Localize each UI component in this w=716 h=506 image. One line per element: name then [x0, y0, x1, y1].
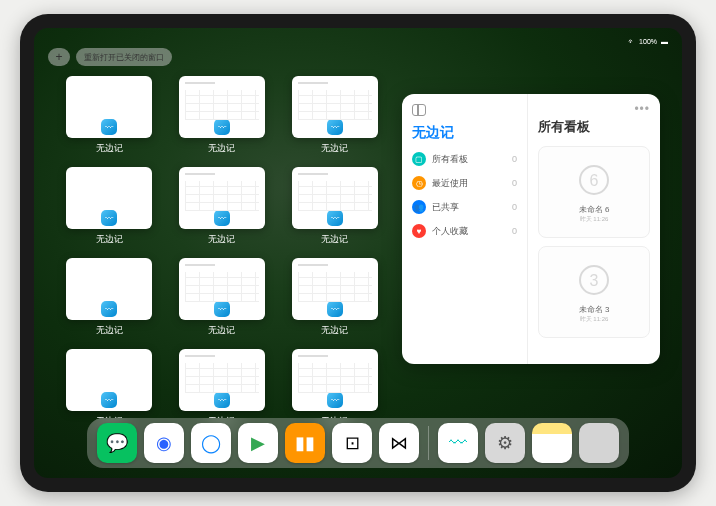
thumb-preview: 〰 [66, 258, 152, 320]
window-thumb[interactable]: 〰无边记 [287, 258, 382, 337]
freeform-app-icon: 〰 [101, 392, 117, 408]
dock-qq-browser-icon[interactable]: ◯ [191, 423, 231, 463]
sidebar-item-count: 0 [512, 178, 517, 188]
dock-notes-icon[interactable] [532, 423, 572, 463]
thumb-label: 无边记 [96, 233, 123, 246]
screen: ᯤ 100% ▬ + 重新打开已关闭的窗口 〰无边记〰无边记〰无边记〰无边记〰无… [34, 28, 682, 478]
window-thumb[interactable]: 〰无边记 [62, 258, 157, 337]
battery-icon: ▬ [661, 38, 668, 45]
more-icon[interactable]: ••• [634, 102, 650, 116]
thumb-preview: 〰 [179, 349, 265, 411]
sidebar-item-shared[interactable]: 👥已共享0 [412, 200, 517, 214]
freeform-app-icon: 〰 [327, 119, 343, 135]
window-thumb[interactable]: 〰无边记 [175, 349, 270, 428]
board-card[interactable]: 3未命名 3昨天 11:26 [538, 246, 650, 338]
thumb-preview: 〰 [292, 167, 378, 229]
favorites-icon: ♥ [412, 224, 426, 238]
thumb-preview: 〰 [179, 167, 265, 229]
thumb-preview: 〰 [179, 258, 265, 320]
all-icon: ▢ [412, 152, 426, 166]
thumb-preview: 〰 [66, 349, 152, 411]
freeform-app-icon: 〰 [101, 210, 117, 226]
window-thumbnails-grid: 〰无边记〰无边记〰无边记〰无边记〰无边记〰无边记〰无边记〰无边记〰无边记〰无边记… [62, 76, 382, 428]
sidebar-item-label: 已共享 [432, 201, 506, 214]
freeform-detail-panel: 无边记 ▢所有看板0◷最近使用0👥已共享0♥个人收藏0 ••• 所有看板 6未命… [402, 94, 660, 364]
thumb-label: 无边记 [96, 324, 123, 337]
thumb-label: 无边记 [321, 233, 348, 246]
freeform-app-icon: 〰 [101, 301, 117, 317]
sidebar-item-all[interactable]: ▢所有看板0 [412, 152, 517, 166]
window-thumb[interactable]: 〰无边记 [62, 76, 157, 155]
thumb-preview: 〰 [66, 76, 152, 138]
window-thumb[interactable]: 〰无边记 [287, 167, 382, 246]
dock-wechat-icon[interactable]: 💬 [97, 423, 137, 463]
thumb-label: 无边记 [321, 324, 348, 337]
recent-icon: ◷ [412, 176, 426, 190]
dock-connect-app-icon[interactable]: ⋈ [379, 423, 419, 463]
thumb-preview: 〰 [66, 167, 152, 229]
sidebar-item-label: 个人收藏 [432, 225, 506, 238]
freeform-app-icon: 〰 [214, 301, 230, 317]
window-thumb[interactable]: 〰无边记 [287, 349, 382, 428]
window-thumb[interactable]: 〰无边记 [62, 167, 157, 246]
dock: 💬◉◯▶▮▮⊡⋈〰⚙ [87, 418, 629, 468]
window-thumb[interactable]: 〰无边记 [175, 76, 270, 155]
freeform-app-icon: 〰 [214, 119, 230, 135]
thumb-preview: 〰 [292, 76, 378, 138]
dock-separator [428, 426, 429, 460]
thumb-label: 无边记 [208, 233, 235, 246]
window-thumb[interactable]: 〰无边记 [287, 76, 382, 155]
wifi-icon: ᯤ [628, 38, 635, 45]
board-card[interactable]: 6未命名 6昨天 11:26 [538, 146, 650, 238]
dock-app-library-icon[interactable] [579, 423, 619, 463]
new-window-button[interactable]: + [48, 48, 70, 66]
sidebar-item-label: 最近使用 [432, 177, 506, 190]
right-title: 所有看板 [538, 118, 650, 136]
thumb-label: 无边记 [208, 142, 235, 155]
board-name: 未命名 6 [579, 204, 610, 215]
svg-text:3: 3 [590, 272, 599, 289]
thumb-label: 无边记 [96, 142, 123, 155]
window-thumb[interactable]: 〰无边记 [175, 167, 270, 246]
thumb-preview: 〰 [292, 349, 378, 411]
freeform-app-icon: 〰 [327, 301, 343, 317]
freeform-app-icon: 〰 [327, 210, 343, 226]
dock-freeform-icon[interactable]: 〰 [438, 423, 478, 463]
board-name: 未命名 3 [579, 304, 610, 315]
dock-books-icon[interactable]: ▮▮ [285, 423, 325, 463]
thumb-preview: 〰 [179, 76, 265, 138]
freeform-app-icon: 〰 [214, 392, 230, 408]
board-date: 昨天 11:26 [580, 315, 609, 324]
detail-main: ••• 所有看板 6未命名 6昨天 11:263未命名 3昨天 11:26 [528, 94, 660, 364]
panel-title: 无边记 [412, 124, 517, 142]
status-bar: ᯤ 100% ▬ [34, 34, 682, 48]
freeform-app-icon: 〰 [327, 392, 343, 408]
sidebar-toggle-icon[interactable] [412, 104, 426, 116]
ipad-frame: ᯤ 100% ▬ + 重新打开已关闭的窗口 〰无边记〰无边记〰无边记〰无边记〰无… [20, 14, 696, 492]
shared-icon: 👥 [412, 200, 426, 214]
board-date: 昨天 11:26 [580, 215, 609, 224]
board-sketch: 6 [574, 160, 614, 200]
dock-play-media-icon[interactable]: ▶ [238, 423, 278, 463]
sidebar-item-count: 0 [512, 226, 517, 236]
top-bar: + 重新打开已关闭的窗口 [48, 48, 172, 66]
sidebar-item-count: 0 [512, 154, 517, 164]
reopen-closed-button[interactable]: 重新打开已关闭的窗口 [76, 48, 172, 66]
window-thumb[interactable]: 〰无边记 [62, 349, 157, 428]
svg-text:6: 6 [590, 172, 599, 189]
sidebar-item-recent[interactable]: ◷最近使用0 [412, 176, 517, 190]
window-thumb[interactable]: 〰无边记 [175, 258, 270, 337]
sidebar-item-count: 0 [512, 202, 517, 212]
dock-dice-app-icon[interactable]: ⊡ [332, 423, 372, 463]
freeform-app-icon: 〰 [101, 119, 117, 135]
thumb-label: 无边记 [321, 142, 348, 155]
dock-app-blue-eye-icon[interactable]: ◉ [144, 423, 184, 463]
detail-sidebar: 无边记 ▢所有看板0◷最近使用0👥已共享0♥个人收藏0 [402, 94, 528, 364]
thumb-preview: 〰 [292, 258, 378, 320]
sidebar-item-label: 所有看板 [432, 153, 506, 166]
board-sketch: 3 [574, 260, 614, 300]
sidebar-item-favorites[interactable]: ♥个人收藏0 [412, 224, 517, 238]
battery-label: 100% [639, 38, 657, 45]
freeform-app-icon: 〰 [214, 210, 230, 226]
dock-settings-icon[interactable]: ⚙ [485, 423, 525, 463]
